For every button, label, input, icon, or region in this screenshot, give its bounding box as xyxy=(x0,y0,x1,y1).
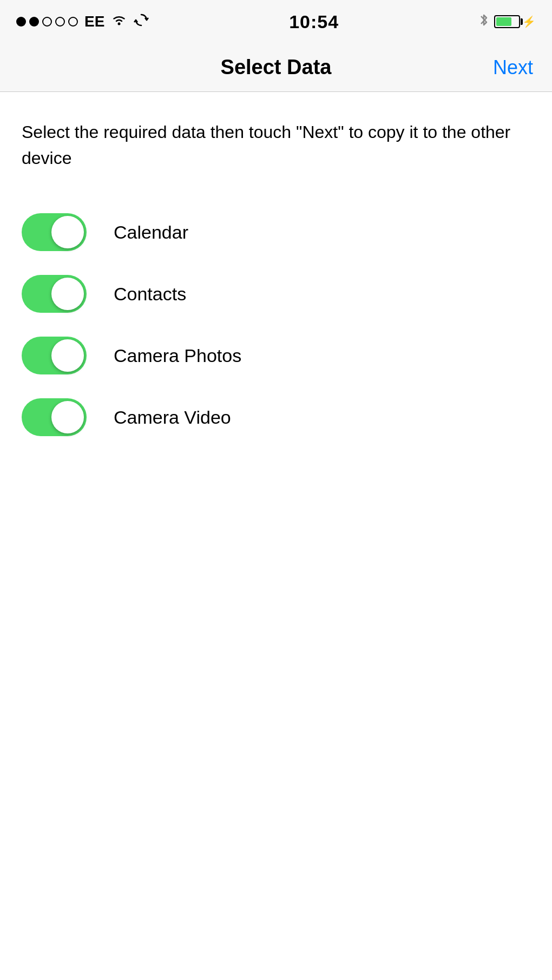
signal-dots xyxy=(16,17,78,27)
signal-dot-1 xyxy=(16,17,26,27)
carrier-label: EE xyxy=(84,13,104,30)
camera-video-toggle[interactable] xyxy=(22,398,87,436)
charging-icon: ⚡ xyxy=(522,15,536,28)
signal-dot-4 xyxy=(55,17,65,27)
status-time: 10:54 xyxy=(289,11,339,32)
status-right: ⚡ xyxy=(479,12,536,31)
camera-photos-thumb xyxy=(51,339,84,372)
wifi-icon xyxy=(111,14,127,30)
battery-fill xyxy=(496,17,511,26)
contacts-thumb xyxy=(51,278,84,310)
calendar-thumb xyxy=(51,216,84,248)
camera-video-track xyxy=(22,398,87,436)
calendar-track xyxy=(22,213,87,251)
bluetooth-icon xyxy=(479,12,489,31)
camera-photos-toggle[interactable] xyxy=(22,337,87,374)
calendar-label: Calendar xyxy=(114,222,188,243)
nav-bar: Select Data Next xyxy=(0,43,552,92)
contacts-track xyxy=(22,275,87,313)
camera-video-label: Camera Video xyxy=(114,407,231,428)
toggle-list: Calendar Contacts Camera Photos xyxy=(22,203,530,446)
battery-indicator: ⚡ xyxy=(494,15,536,28)
status-bar: EE 10:54 xyxy=(0,0,552,43)
camera-video-thumb xyxy=(51,401,84,433)
content-area: Select the required data then touch "Nex… xyxy=(0,92,552,468)
toggle-item-camera-photos: Camera Photos xyxy=(22,327,530,384)
contacts-toggle[interactable] xyxy=(22,275,87,313)
sync-icon xyxy=(134,12,149,31)
status-left: EE xyxy=(16,12,149,31)
toggle-item-contacts: Contacts xyxy=(22,265,530,323)
camera-photos-label: Camera Photos xyxy=(114,345,241,366)
signal-dot-2 xyxy=(29,17,39,27)
next-button[interactable]: Next xyxy=(490,51,536,84)
contacts-label: Contacts xyxy=(114,284,186,305)
toggle-item-calendar: Calendar xyxy=(22,203,530,261)
camera-photos-track xyxy=(22,337,87,374)
description-text: Select the required data then touch "Nex… xyxy=(22,119,530,171)
signal-dot-3 xyxy=(42,17,52,27)
calendar-toggle[interactable] xyxy=(22,213,87,251)
page-title: Select Data xyxy=(221,56,332,79)
signal-dot-5 xyxy=(68,17,78,27)
svg-point-0 xyxy=(118,22,121,25)
battery-shell xyxy=(494,15,520,28)
toggle-item-camera-video: Camera Video xyxy=(22,389,530,446)
empty-area xyxy=(0,468,552,980)
